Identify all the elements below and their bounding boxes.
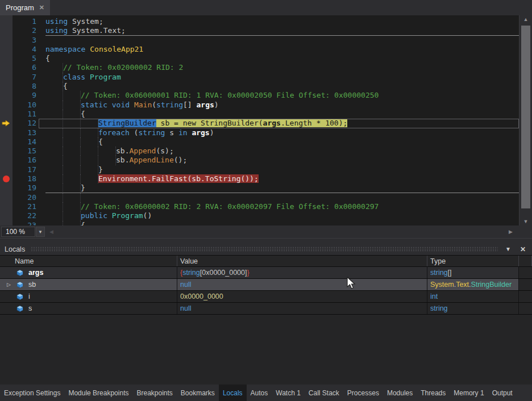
tab-program[interactable]: Program ✕ [0, 0, 50, 15]
code-text[interactable]: static void Main(string[] args) [39, 101, 519, 110]
column-header-name[interactable]: Name [0, 256, 177, 266]
panel-tab-module-breakpoints[interactable]: Module Breakpoints [64, 385, 132, 401]
panel-tab-autos[interactable]: Autos [247, 385, 272, 401]
glyph-cell[interactable] [0, 101, 13, 110]
scroll-down-icon[interactable]: ▼ [519, 219, 532, 224]
code-line[interactable]: 14{ [0, 137, 519, 147]
code-line[interactable]: 6// Token: 0x02000002 RID: 2 [0, 63, 519, 72]
code-line[interactable]: 12StringBuilder sb = new StringBuilder(a… [0, 119, 519, 128]
locals-name-cell[interactable]: s [0, 303, 177, 314]
code-text[interactable]: } [39, 165, 519, 174]
code-lines[interactable]: 1using System;2using System.Text;34names… [0, 15, 519, 225]
code-text[interactable]: using System.Text; [39, 26, 519, 35]
code-line[interactable]: 3 [0, 36, 519, 45]
code-line[interactable]: 2using System.Text; [0, 26, 519, 35]
glyph-cell[interactable] [0, 165, 13, 174]
locals-type-cell[interactable]: string[] [427, 267, 519, 278]
locals-title-bar[interactable]: Locals ▼ ✕ [0, 243, 532, 255]
code-line[interactable]: 11{ [0, 110, 519, 119]
code-text[interactable]: sb.AppendLine(); [39, 156, 519, 165]
locals-value-cell[interactable]: 0x0000_0000 [177, 291, 427, 302]
code-line[interactable]: 1using System; [0, 17, 519, 26]
code-text[interactable]: { [39, 221, 519, 225]
code-line[interactable]: 22public Program() [0, 211, 519, 220]
chevron-down-icon[interactable]: ▼ [504, 246, 513, 252]
locals-row-i[interactable]: i0x0000_0000int [0, 291, 532, 303]
vertical-scrollbar-thumb[interactable] [521, 26, 530, 208]
code-line[interactable]: 5{ [0, 54, 519, 63]
expander-icon[interactable]: ▷ [7, 282, 16, 287]
column-header-type[interactable]: Type [427, 256, 519, 266]
glyph-cell[interactable] [0, 211, 13, 220]
code-text[interactable]: { [39, 82, 519, 91]
code-text[interactable]: // Token: 0x06000002 RID: 2 RVA: 0x00002… [39, 202, 519, 211]
code-text[interactable]: sb.Append(s); [39, 147, 519, 156]
zoom-dropdown-button[interactable]: ▼ [36, 227, 45, 237]
code-line[interactable]: 8{ [0, 82, 519, 91]
panel-tab-locals[interactable]: Locals [219, 385, 247, 401]
close-icon[interactable]: ✕ [518, 245, 527, 253]
glyph-cell[interactable] [0, 183, 13, 193]
scroll-left-icon[interactable]: ◀ [49, 229, 53, 235]
panel-tab-watch-1[interactable]: Watch 1 [272, 385, 305, 401]
code-text[interactable]: public Program() [39, 211, 519, 220]
glyph-cell[interactable] [0, 36, 13, 45]
locals-row-args[interactable]: args{string[0x0000_0000]}string[] [0, 267, 532, 279]
code-line[interactable]: 19} [0, 183, 519, 193]
glyph-cell[interactable] [0, 147, 13, 156]
code-text[interactable]: { [39, 137, 519, 147]
glyph-cell[interactable] [0, 63, 13, 72]
code-text[interactable] [39, 36, 519, 45]
locals-type-cell[interactable]: string [427, 303, 519, 314]
locals-value-cell[interactable]: null [177, 303, 427, 314]
locals-name-cell[interactable]: args [0, 267, 177, 278]
panel-tab-processes[interactable]: Processes [343, 385, 383, 401]
code-line[interactable]: 20 [0, 193, 519, 202]
code-text[interactable]: { [39, 110, 519, 119]
code-text[interactable]: Environment.FailFast(sb.ToString()); [39, 174, 519, 183]
glyph-cell[interactable] [0, 174, 13, 183]
panel-splitter[interactable] [0, 238, 532, 243]
locals-name-cell[interactable]: ▷sb [0, 279, 177, 290]
zoom-level-input[interactable]: 100 % [1, 227, 35, 237]
scroll-up-icon[interactable]: ▲ [519, 16, 532, 22]
glyph-cell[interactable] [0, 202, 13, 211]
breakpoint-icon[interactable] [3, 176, 10, 182]
panel-tab-bookmarks[interactable]: Bookmarks [177, 385, 219, 401]
code-line[interactable]: 21// Token: 0x06000002 RID: 2 RVA: 0x000… [0, 202, 519, 211]
panel-tab-memory-1[interactable]: Memory 1 [450, 385, 488, 401]
glyph-cell[interactable] [0, 193, 13, 202]
code-line[interactable]: 4namespace ConsoleApp21 [0, 45, 519, 54]
glyph-cell[interactable] [0, 221, 13, 225]
code-line[interactable]: 7class Program [0, 73, 519, 82]
code-text[interactable]: using System; [39, 17, 519, 26]
horizontal-scrollbar[interactable]: ◀ ▶ [45, 225, 532, 238]
panel-tab-modules[interactable]: Modules [383, 385, 417, 401]
code-text[interactable]: class Program [39, 73, 519, 82]
locals-row-sb[interactable]: ▷sbnullSystem.Text.StringBuilder [0, 279, 532, 291]
panel-tab-call-stack[interactable]: Call Stack [305, 385, 343, 401]
glyph-cell[interactable] [0, 45, 13, 54]
glyph-cell[interactable] [0, 82, 13, 91]
code-text[interactable]: { [39, 54, 519, 63]
code-line[interactable]: 15sb.Append(s); [0, 147, 519, 156]
locals-name-cell[interactable]: i [0, 291, 177, 302]
code-line[interactable]: 9// Token: 0x06000001 RID: 1 RVA: 0x0000… [0, 91, 519, 100]
glyph-cell[interactable] [0, 110, 13, 119]
locals-type-cell[interactable]: System.Text.StringBuilder [427, 279, 519, 290]
panel-tab-breakpoints[interactable]: Breakpoints [132, 385, 176, 401]
glyph-cell[interactable] [0, 26, 13, 35]
code-text[interactable] [39, 193, 519, 202]
code-text[interactable]: namespace ConsoleApp21 [39, 45, 519, 54]
code-text[interactable]: foreach (string s in args) [39, 128, 519, 137]
code-line[interactable]: 23{ [0, 221, 519, 225]
panel-tab-threads[interactable]: Threads [417, 385, 450, 401]
code-text[interactable]: StringBuilder sb = new StringBuilder(arg… [39, 119, 519, 128]
panel-tab-output[interactable]: Output [488, 385, 517, 401]
code-text[interactable]: // Token: 0x06000001 RID: 1 RVA: 0x00002… [39, 91, 519, 100]
close-icon[interactable]: ✕ [39, 4, 44, 11]
vertical-scrollbar[interactable]: ▲ ▼ [519, 15, 532, 225]
code-text[interactable]: // Token: 0x02000002 RID: 2 [39, 63, 519, 72]
glyph-cell[interactable] [0, 91, 13, 100]
locals-row-s[interactable]: snullstring [0, 303, 532, 315]
